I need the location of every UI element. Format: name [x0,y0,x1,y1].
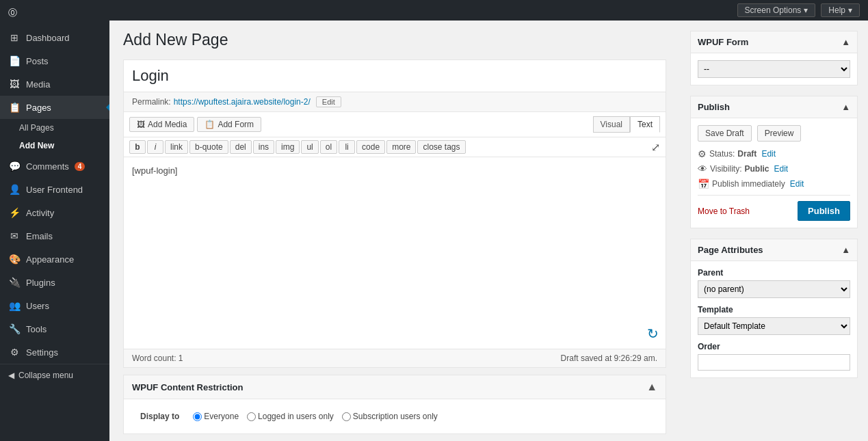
help-button[interactable]: Help ▾ [821,3,860,17]
sidebar-item-posts[interactable]: 📄 Posts [0,49,109,72]
visibility-edit-link[interactable]: Edit [774,164,788,174]
screen-options-button[interactable]: Screen Options ▾ [737,3,816,17]
fmt-code[interactable]: code [356,140,385,154]
parent-select[interactable]: (no parent) [698,280,850,298]
order-input[interactable] [698,354,850,371]
wp-logo: ⓪ [0,0,109,26]
add-media-button[interactable]: 🖼 Add Media [129,117,194,132]
display-logged-in-label[interactable]: Logged in users only [247,412,334,421]
screen-options-chevron: ▾ [804,5,808,15]
sidebar-item-emails[interactable]: ✉ Emails [0,224,109,248]
comments-icon: 💬 [8,161,21,172]
display-everyone-label[interactable]: Everyone [193,412,239,421]
wpuf-form-select[interactable]: -- [698,60,850,78]
content-restriction-box: WPUF Content Restriction ▲ Display to Ev… [123,375,666,434]
publish-toggle[interactable]: ▲ [841,102,850,112]
permalink-url[interactable]: https://wpuftest.ajaira.website/login-2/ [174,97,311,107]
template-select[interactable]: Default Template [698,317,850,335]
wpuf-form-toggle[interactable]: ▲ [841,37,850,47]
display-subscription-label[interactable]: Subscription users only [342,412,438,421]
save-draft-button[interactable]: Save Draft [698,125,752,142]
sidebar-item-appearance[interactable]: 🎨 Appearance [0,248,109,271]
sidebar-item-users[interactable]: 👥 Users [0,294,109,317]
add-media-label: Add Media [148,120,187,129]
sidebar-item-plugins[interactable]: 🔌 Plugins [0,271,109,294]
help-label: Help [828,5,845,15]
wpuf-form-box: WPUF Form ▲ -- [690,31,858,85]
publish-title: Publish [698,102,730,112]
sidebar-item-settings[interactable]: ⚙ Settings [0,340,109,364]
visibility-icon: 👁 [698,163,707,174]
fmt-ins[interactable]: ins [253,140,274,154]
pages-icon: 📋 [8,102,21,113]
tab-visual[interactable]: Visual [593,116,630,133]
fmt-li[interactable]: li [339,140,355,154]
visibility-row: 👁 Visibility: Public Edit [698,163,850,174]
page-title-input[interactable] [124,60,666,92]
collapse-menu-button[interactable]: ◀ Collapse menu [0,364,109,386]
fmt-img[interactable]: img [276,140,300,154]
comments-badge: 4 [75,162,86,171]
fmt-italic[interactable]: i [147,140,163,154]
publish-time-label: Publish immediately [712,179,785,189]
fullscreen-button[interactable]: ⤢ [651,141,660,154]
editor-wrap: Permalink: https://wpuftest.ajaira.websi… [123,59,666,368]
status-label: Status: [709,149,735,159]
sidebar-item-media[interactable]: 🖼 Media [0,72,109,96]
emails-icon: ✉ [8,230,21,241]
fmt-close-tags[interactable]: close tags [417,140,465,154]
publish-button[interactable]: Publish [798,201,850,221]
sidebar-item-tools[interactable]: 🔧 Tools [0,317,109,340]
move-trash-link[interactable]: Move to Trash [698,206,750,216]
fmt-del[interactable]: del [230,140,252,154]
status-row: ⚙ Status: Draft Edit [698,148,850,159]
display-subscription-radio[interactable] [342,412,351,421]
display-everyone-radio[interactable] [193,412,202,421]
publish-actions: Save Draft Preview [698,125,850,142]
publish-time-row: 📅 Publish immediately Edit [698,178,850,189]
editor-body[interactable]: [wpuf-login] ↻ [124,157,666,349]
dashboard-icon: ⊞ [8,32,21,43]
display-logged-in-radio[interactable] [247,412,256,421]
appearance-icon: 🎨 [8,254,21,265]
fmt-bquote[interactable]: b-quote [189,140,228,154]
sidebar-item-label: Dashboard [26,33,70,43]
sidebar-item-label: Activity [26,208,54,218]
sidebar-sub-add-new[interactable]: Add New [0,137,109,155]
preview-button[interactable]: Preview [757,125,802,142]
toolbar-left: 🖼 Add Media 📋 Add Form [129,117,261,132]
permalink-edit-button[interactable]: Edit [316,96,341,107]
sidebar-item-user-frontend[interactable]: 👤 User Frontend [0,178,109,201]
sidebar-item-activity[interactable]: ⚡ Activity [0,201,109,224]
fmt-link[interactable]: link [165,140,188,154]
publish-time-edit-link[interactable]: Edit [790,179,804,189]
status-edit-link[interactable]: Edit [761,149,776,159]
fmt-more[interactable]: more [386,140,416,154]
fmt-ol[interactable]: ol [320,140,337,154]
tools-icon: 🔧 [8,323,21,334]
users-icon: 👥 [8,300,21,311]
sidebar-item-pages[interactable]: 📋 Pages [0,96,109,119]
sidebar-item-label: Appearance [26,254,74,265]
page-attributes-title: Page Attributes [698,245,763,255]
add-form-button[interactable]: 📋 Add Form [197,117,261,132]
sidebar-item-dashboard[interactable]: ⊞ Dashboard [0,26,109,49]
sidebar-item-label: Comments [26,161,69,172]
sidebar-sub-all-pages[interactable]: All Pages [0,119,109,137]
tab-text[interactable]: Text [630,116,660,133]
fmt-ul[interactable]: ul [301,140,318,154]
status-icon: ⚙ [698,148,707,159]
sidebar-item-label: User Frontend [26,185,83,195]
page-attributes-body: Parent (no parent) Template Default Temp… [691,261,857,377]
content-area: Add New Page Permalink: https://wpuftest… [109,21,680,441]
screen-options-label: Screen Options [745,5,802,15]
page-attributes-toggle[interactable]: ▲ [841,245,850,255]
parent-label: Parent [698,268,850,278]
display-logged-in-text: Logged in users only [258,412,334,421]
wpuf-form-header: WPUF Form ▲ [691,31,857,53]
content-restriction-header[interactable]: WPUF Content Restriction ▲ [124,375,666,399]
page-title: Add New Page [123,31,666,49]
fmt-bold[interactable]: b [129,140,146,154]
view-tabs: Visual Text [593,116,660,133]
sidebar-item-comments[interactable]: 💬 Comments 4 [0,155,109,178]
